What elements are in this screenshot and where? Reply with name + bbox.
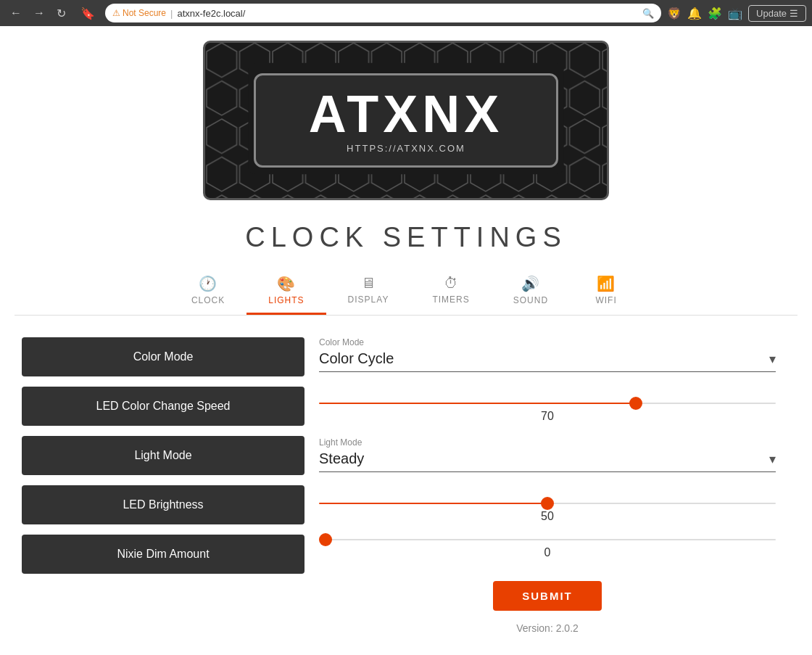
tab-lights[interactable]: 🎨 LIGHTS [246, 268, 326, 315]
color-mode-group: Color Mode Color Cycle ▾ [319, 337, 776, 372]
browser-nav: ← → ↻ [6, 4, 70, 23]
light-mode-value: Steady [319, 450, 769, 467]
logo-box: ATXNX HTTPS://ATXNX.COM [203, 41, 609, 200]
led-brightness-slider-container: 50 [319, 494, 776, 523]
light-mode-arrow-icon: ▾ [769, 451, 776, 467]
wifi-icon: 📶 [597, 275, 616, 292]
submit-button[interactable]: SUBMIT [493, 581, 602, 611]
tabs: 🕐 CLOCK 🎨 LIGHTS 🖥 DISPLAY ⏱ TIMERS 🔊 SO… [14, 268, 798, 316]
reload-button[interactable]: ↻ [52, 4, 70, 23]
extensions-icon: 🧩 [708, 7, 722, 20]
tab-wifi-label: WIFI [595, 295, 616, 305]
tab-sound-label: SOUND [513, 295, 548, 305]
sidebar-item-nixie-dim-amount[interactable]: Nixie Dim Amount [22, 535, 304, 574]
led-color-change-speed-slider[interactable] [319, 403, 776, 404]
bookmark-button[interactable]: 🔖 [76, 4, 99, 23]
browser-actions: 🦁 🔔 🧩 📺 Update ☰ [667, 5, 806, 22]
update-button[interactable]: Update ☰ [748, 5, 806, 22]
display-icon: 🖥 [361, 275, 376, 292]
sidebar-item-led-color-change-speed[interactable]: LED Color Change Speed [22, 387, 304, 426]
tab-sound[interactable]: 🔊 SOUND [492, 268, 570, 315]
timers-icon: ⏱ [444, 275, 459, 292]
url-text: atxnx-fe2c.local/ [177, 8, 638, 19]
lights-icon: 🎨 [277, 275, 296, 292]
browser-bar: ← → ↻ 🔖 ⚠ Not Secure | atxnx-fe2c.local/… [0, 0, 812, 26]
address-bar[interactable]: ⚠ Not Secure | atxnx-fe2c.local/ 🔍 [105, 4, 661, 22]
color-mode-dropdown-row[interactable]: Color Cycle ▾ [319, 350, 776, 372]
color-mode-arrow-icon: ▾ [769, 351, 776, 367]
tab-timers-label: TIMERS [432, 294, 469, 305]
logo-url: HTTPS://ATXNX.COM [347, 143, 465, 154]
led-color-change-speed-slider-container: 70 [319, 394, 776, 423]
sidebar: Color Mode LED Color Change Speed Light … [22, 337, 304, 634]
tab-display-label: DISPLAY [348, 294, 389, 305]
menu-icon: ☰ [790, 8, 798, 19]
back-button[interactable]: ← [6, 4, 26, 22]
main-content: Color Mode LED Color Change Speed Light … [7, 337, 805, 634]
tab-timers[interactable]: ⏱ TIMERS [410, 268, 491, 315]
logo-container: ATXNX HTTPS://ATXNX.COM [0, 26, 812, 207]
sidebar-item-light-mode[interactable]: Light Mode [22, 436, 304, 475]
light-mode-dropdown-row[interactable]: Steady ▾ [319, 450, 776, 472]
sound-icon: 🔊 [521, 275, 540, 292]
submit-area: SUBMIT [319, 581, 776, 611]
tab-display[interactable]: 🖥 DISPLAY [326, 268, 411, 315]
brave-icon: 🦁 [667, 7, 682, 20]
sidebar-item-led-brightness[interactable]: LED Brightness [22, 485, 304, 524]
tab-lights-label: LIGHTS [268, 295, 304, 305]
right-panel: Color Mode Color Cycle ▾ 70 Light Mode S… [304, 337, 790, 634]
logo-text: ATXNX [309, 88, 504, 140]
led-brightness-slider[interactable] [319, 503, 776, 504]
search-icon: 🔍 [642, 8, 654, 19]
version-text: Version: 2.0.2 [319, 622, 776, 634]
color-mode-label: Color Mode [319, 337, 776, 347]
page: ATXNX HTTPS://ATXNX.COM CLOCK SETTINGS 🕐… [0, 26, 812, 634]
clock-icon: 🕐 [199, 275, 218, 292]
not-secure-indicator: ⚠ Not Secure [112, 8, 166, 18]
cast-icon: 📺 [728, 7, 742, 20]
light-mode-group: Light Mode Steady ▾ [319, 437, 776, 472]
led-color-change-speed-value: 70 [319, 410, 776, 423]
page-title: CLOCK SETTINGS [0, 222, 812, 253]
light-mode-label: Light Mode [319, 437, 776, 448]
color-mode-value: Color Cycle [319, 350, 769, 367]
sidebar-item-color-mode[interactable]: Color Mode [22, 337, 304, 376]
notification-icon: 🔔 [687, 7, 702, 20]
tab-wifi[interactable]: 📶 WIFI [570, 268, 642, 315]
nixie-dim-slider-container: 0 [319, 530, 776, 559]
tab-clock-label: CLOCK [191, 295, 225, 305]
logo-inner: ATXNX HTTPS://ATXNX.COM [254, 73, 558, 168]
tab-clock[interactable]: 🕐 CLOCK [170, 268, 246, 315]
nixie-dim-slider[interactable] [319, 539, 776, 540]
led-brightness-value: 50 [319, 510, 776, 523]
forward-button[interactable]: → [29, 4, 49, 22]
nixie-dim-value: 0 [319, 546, 776, 559]
